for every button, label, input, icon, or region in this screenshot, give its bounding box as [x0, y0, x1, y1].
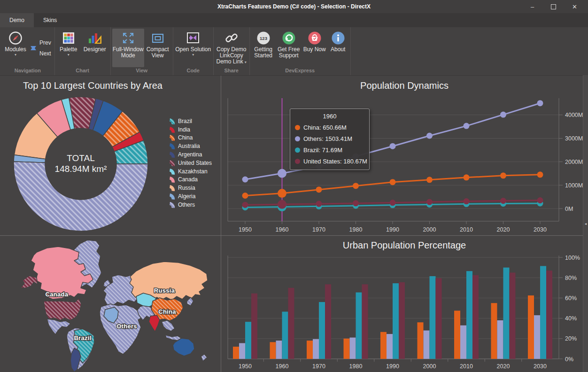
bar-united-states-1950[interactable]	[251, 294, 257, 359]
data-point-united-states[interactable]	[500, 198, 506, 204]
bar-united-states-2020[interactable]	[510, 272, 516, 359]
map-country-newzealand[interactable]	[201, 354, 207, 361]
ribbon-button-open-solution[interactable]: Open Solution▾	[175, 29, 212, 67]
map-country-alaska[interactable]	[21, 276, 38, 288]
map-country-usa[interactable]	[44, 298, 81, 320]
data-point-others[interactable]	[500, 112, 506, 118]
data-point-others[interactable]	[242, 177, 248, 183]
bar-china-1990[interactable]	[380, 332, 387, 359]
legend-item-india[interactable]: India	[168, 125, 212, 134]
tab-demo[interactable]: Demo	[0, 13, 34, 27]
map-country-india[interactable]	[149, 315, 160, 332]
ribbon-button-about[interactable]: About	[327, 29, 349, 67]
data-point-china[interactable]	[426, 177, 433, 183]
ribbon-button-palette[interactable]: Palette▾	[56, 29, 81, 67]
bar-others-2000[interactable]	[424, 331, 430, 359]
bar-brazil-1990[interactable]	[393, 283, 399, 359]
map-panel[interactable]: Canada Russia China Others Brazil	[0, 235, 221, 372]
line-chart[interactable]: 1950196019701980199020002010202020300M10…	[221, 76, 588, 235]
bar-brazil-2020[interactable]	[503, 268, 510, 359]
data-point-united-states[interactable]	[353, 200, 359, 206]
bar-united-states-1960[interactable]	[288, 288, 294, 359]
world-map[interactable]: Canada Russia China Others Brazil	[0, 235, 221, 372]
ribbon-button-compact-view[interactable]: Compact View	[144, 29, 171, 67]
ribbon-button-next[interactable]: Next	[31, 50, 51, 57]
map-country-mexico[interactable]	[47, 319, 70, 334]
bar-brazil-2030[interactable]	[540, 266, 546, 359]
bar-others-2010[interactable]	[460, 326, 466, 359]
map-country-australia[interactable]	[173, 338, 194, 356]
data-point-united-states[interactable]	[426, 199, 433, 205]
data-point-china[interactable]	[537, 171, 543, 178]
ribbon-button-getting-started[interactable]: 123Getting Started	[251, 29, 276, 67]
bar-others-2030[interactable]	[534, 315, 540, 359]
bar-united-states-2030[interactable]	[546, 271, 552, 359]
bar-others-1990[interactable]	[387, 334, 393, 359]
data-point-others[interactable]	[537, 100, 543, 106]
collapse-splitter[interactable]: ◄	[583, 75, 588, 372]
bar-china-1960[interactable]	[270, 342, 276, 359]
data-point-united-states[interactable]	[390, 200, 396, 206]
map-country-seasia[interactable]	[162, 320, 175, 331]
data-point-china[interactable]	[278, 189, 286, 198]
bar-united-states-2000[interactable]	[436, 278, 442, 359]
data-point-china[interactable]	[500, 172, 506, 178]
tab-skins[interactable]: Skins	[34, 13, 66, 27]
legend-item-kazakhstan[interactable]: Kazakhstan	[168, 167, 212, 176]
bar-china-1950[interactable]	[233, 347, 239, 359]
data-point-united-states[interactable]	[278, 200, 286, 209]
legend-item-brazil[interactable]: Brazil	[168, 117, 212, 125]
data-point-others[interactable]	[464, 123, 470, 129]
legend-item-canada[interactable]: Canada	[168, 176, 212, 184]
bar-united-states-1980[interactable]	[362, 284, 368, 359]
data-point-others[interactable]	[426, 133, 433, 139]
ribbon-button-designer[interactable]: Designer	[81, 29, 109, 67]
bar-others-1980[interactable]	[350, 338, 356, 359]
legend-item-china[interactable]: China	[168, 134, 212, 142]
data-point-united-states[interactable]	[316, 201, 322, 207]
ribbon-button-copy-demo-link[interactable]: Copy Demo LinkCopy Demo Link▾	[215, 29, 248, 67]
bar-united-states-1990[interactable]	[399, 282, 405, 359]
data-point-united-states[interactable]	[537, 197, 543, 203]
bar-brazil-1980[interactable]	[356, 293, 362, 359]
legend-item-united-states[interactable]: United States	[168, 159, 212, 167]
ribbon-button-modules[interactable]: Modules▾	[2, 29, 29, 67]
bar-china-2020[interactable]	[491, 303, 497, 359]
data-point-china[interactable]	[242, 193, 248, 199]
map-country-japan[interactable]	[187, 297, 193, 306]
bar-china-1970[interactable]	[307, 341, 313, 359]
bar-others-1960[interactable]	[276, 341, 282, 359]
bar-others-1970[interactable]	[313, 339, 319, 359]
close-button[interactable]: ✕	[564, 0, 585, 13]
bar-china-2000[interactable]	[418, 322, 424, 359]
ribbon-button-get-free-support[interactable]: Get Free Support	[276, 29, 302, 67]
data-point-others[interactable]	[390, 143, 396, 149]
legend-item-others[interactable]: Others	[168, 201, 212, 209]
titlebar[interactable]: XtraCharts Features Demo (C# code) - Sel…	[0, 0, 588, 13]
bar-brazil-1970[interactable]	[319, 302, 325, 359]
maximize-button[interactable]	[543, 0, 564, 13]
bar-brazil-1950[interactable]	[245, 322, 251, 359]
bar-brazil-2000[interactable]	[430, 276, 436, 359]
bar-chart[interactable]: 0%20%40%60%80%100%1950196019701980199020…	[221, 235, 588, 372]
data-point-united-states[interactable]	[242, 202, 248, 208]
legend-item-australia[interactable]: Australia	[168, 142, 212, 150]
data-point-china[interactable]	[353, 183, 359, 189]
line-chart-panel[interactable]: Population Dynamics 19501960197019801990…	[221, 76, 588, 235]
bar-china-1980[interactable]	[344, 339, 350, 359]
bar-others-2020[interactable]	[497, 320, 503, 359]
bar-china-2010[interactable]	[454, 310, 460, 359]
bar-china-2030[interactable]	[528, 295, 534, 359]
pie-chart-panel[interactable]: Top 10 Largest Countries by Area TOTAL 1…	[0, 76, 221, 235]
data-point-china[interactable]	[464, 174, 470, 180]
legend-item-russia[interactable]: Russia	[168, 184, 212, 192]
bar-united-states-1970[interactable]	[325, 284, 331, 359]
data-point-others[interactable]	[278, 169, 286, 178]
ribbon-button-buy-now[interactable]: Buy Now	[302, 29, 327, 67]
data-point-china[interactable]	[316, 186, 322, 193]
bar-others-1950[interactable]	[239, 343, 245, 359]
bar-chart-panel[interactable]: Urban Population Percentage 0%20%40%60%8…	[221, 235, 588, 372]
bar-united-states-2010[interactable]	[472, 275, 479, 359]
data-point-china[interactable]	[390, 179, 396, 185]
legend-item-algeria[interactable]: Algeria	[168, 192, 212, 201]
